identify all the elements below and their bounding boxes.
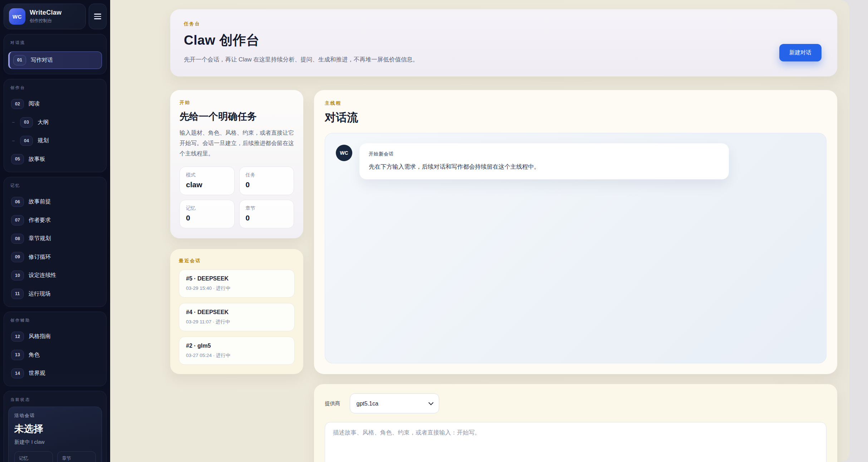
item-number: 05 [11,154,24,164]
nav-section-memory: 记忆 06 故事前提 07 作者要求 08 章节规划 09 修订循环 10 设定… [4,177,107,307]
recent-session-item[interactable]: #5 · DEEPSEEK 03-29 15:40 · 进行中 [179,269,295,298]
hero-card: 任务台 Claw 创作台 先开一个会话，再让 Claw 在这里持续分析、提问、生… [170,9,837,76]
recent-session-item[interactable]: #4 · DEEPSEEK 03-29 11:07 · 进行中 [179,303,295,331]
recent-eyebrow: 最近会话 [179,258,295,264]
item-number: 08 [11,234,24,244]
sidebar-item-10[interactable]: 10 设定连续性 [8,268,102,283]
item-number: 14 [11,368,24,379]
stat-memory: 记忆 0 [180,200,235,228]
session-title: #2 · glm5 [186,343,288,349]
sidebar-item-06[interactable]: 06 故事前提 [8,194,102,210]
item-number: 11 [11,289,24,299]
new-chat-button[interactable]: 新建对话 [779,44,822,61]
menu-button[interactable] [89,4,107,29]
app-logo: WC [9,8,25,25]
provider-label: 提供商 [325,400,340,407]
section-label: 对话流 [8,39,102,48]
sidebar-item-07[interactable]: 07 作者要求 [8,213,102,228]
item-number: 13 [11,350,24,360]
sidebar-item-09[interactable]: 09 修订循环 [8,249,102,265]
section-label: 记忆 [8,182,102,191]
item-label: 修订循环 [29,253,51,261]
provider-select-wrap: gpt5.1ca [350,393,439,413]
stat-mode: 模式 claw [180,167,235,195]
hamburger-icon [94,14,101,19]
sidebar-item-05[interactable]: 05 故事板 [8,151,102,167]
session-meta: 03-27 05:24 · 进行中 [186,352,288,359]
item-label: 故事前提 [29,198,51,205]
message-text: 先在下方输入需求，后续对话和写作都会持续留在这个主线程中。 [369,163,720,171]
wc-avatar: WC [336,145,352,161]
sub-item-dash: − [11,138,15,144]
message-bubble: 开始新会话 先在下方输入需求，后续对话和写作都会持续留在这个主线程中。 [359,143,729,179]
session-meta: 03-29 11:07 · 进行中 [186,319,288,325]
item-label: 写作对话 [31,56,53,64]
brand: WC WriteClaw 创作控制台 [4,4,86,29]
app-title: WriteClaw [30,9,62,16]
section-label: 创作台 [8,84,102,93]
sidebar-item-02[interactable]: 02 阅读 [8,96,102,112]
sidebar-item-12[interactable]: 12 风格指南 [8,329,102,344]
chat-panel: WC 开始新会话 先在下方输入需求，后续对话和写作都会持续留在这个主线程中。 [325,133,827,363]
item-number: 06 [11,197,24,207]
sidebar: WC WriteClaw 创作控制台 对话流 01 写作对话 创作台 02 阅读 [0,0,110,462]
thread-card: 主线程 对话流 WC 开始新会话 先在下方输入需求，后续对话和写作都会持续留在这… [314,90,837,374]
status-stat-memory: 记忆 0 [14,451,53,462]
hero-subtitle: 先开一个会话，再让 Claw 在这里持续分析、提问、生成和推进，不再堆一屏低价值… [184,56,418,64]
item-label: 章节规划 [29,235,51,242]
session-meta: 03-29 15:40 · 进行中 [186,285,288,292]
active-session-sub: 新建中 I claw [14,439,96,446]
main-content: 任务台 Claw 创作台 先开一个会话，再让 Claw 在这里持续分析、提问、生… [110,0,849,462]
item-number: 07 [11,215,24,225]
stat-label: 模式 [186,172,228,178]
provider-select[interactable]: gpt5.1ca [350,393,439,413]
stat-value: 0 [186,214,228,222]
task-description: 输入题材、角色、风格、约束，或者直接让它开始写。会话一旦建立，后续推进都会留在这… [180,128,294,159]
stat-label: 章节 [62,455,91,462]
stat-label: 记忆 [186,205,228,212]
active-session-label: 活动会话 [14,413,96,419]
task-card: 开始 先给一个明确任务 输入题材、角色、风格、约束，或者直接让它开始写。会话一旦… [170,90,303,238]
item-label: 风格指南 [29,333,51,340]
sidebar-item-13[interactable]: 13 角色 [8,347,102,363]
chat-message: WC 开始新会话 先在下方输入需求，后续对话和写作都会持续留在这个主线程中。 [336,143,815,179]
task-eyebrow: 开始 [180,99,294,106]
prompt-input[interactable] [325,422,827,462]
sidebar-item-08[interactable]: 08 章节规划 [8,231,102,247]
recent-session-item[interactable]: #2 · glm5 03-27 05:24 · 进行中 [179,337,295,365]
item-number: 09 [11,252,24,262]
stat-label: 任务 [246,172,288,178]
active-session-card: 活动会话 未选择 新建中 I claw 记忆 0 章节 0 [8,407,102,462]
app: WC WriteClaw 创作控制台 对话流 01 写作对话 创作台 02 阅读 [0,0,868,462]
app-subtitle: 创作控制台 [30,18,62,24]
status-stat-chapter: 章节 0 [57,451,96,462]
thread-title: 对话流 [325,110,827,125]
item-number: 02 [11,99,24,109]
sidebar-item-11[interactable]: 11 运行现场 [8,286,102,302]
sidebar-item-04[interactable]: − 04 规划 [8,133,102,149]
item-number: 01 [13,55,26,65]
item-number: 10 [11,270,24,281]
item-number: 12 [11,332,24,342]
active-session-value: 未选择 [14,422,96,435]
item-label: 世界观 [29,369,45,377]
stat-value: 0 [246,180,288,189]
stat-chapters: 章节 0 [239,200,294,228]
nav-section-studio: 创作台 02 阅读 − 03 大纲 − 04 规划 05 故事板 [4,79,107,172]
sidebar-item-03[interactable]: − 03 大纲 [8,115,102,130]
page-title: Claw 创作台 [184,31,418,49]
item-label: 大纲 [38,119,49,126]
item-number: 03 [20,117,33,128]
sub-item-dash: − [11,119,15,125]
section-label: 当前状态 [8,396,102,405]
message-label: 开始新会话 [369,151,720,157]
item-label: 故事板 [29,155,45,163]
stat-tasks: 任务 0 [239,167,294,195]
stat-label: 章节 [246,205,288,212]
sidebar-item-01[interactable]: 01 写作对话 [8,51,102,69]
item-label: 角色 [29,351,40,359]
hero-eyebrow: 任务台 [184,21,418,27]
session-title: #5 · DEEPSEEK [186,275,288,282]
item-label: 作者要求 [29,217,51,224]
sidebar-item-14[interactable]: 14 世界观 [8,366,102,381]
